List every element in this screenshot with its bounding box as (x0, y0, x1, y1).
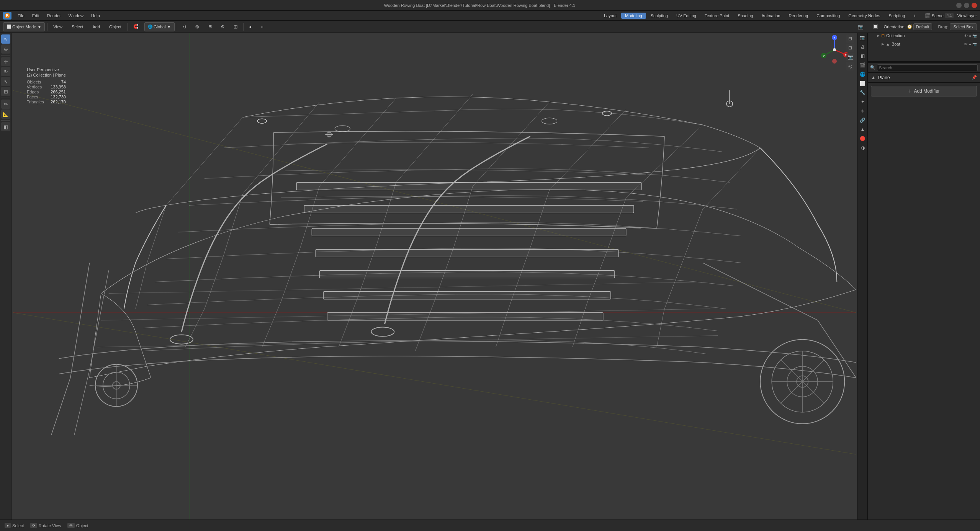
tab-sculpting[interactable]: Sculpting (647, 13, 672, 19)
coll-render-icon[interactable]: 📷 (972, 34, 977, 38)
view-menu[interactable]: View (50, 22, 66, 31)
menu-window[interactable]: Window (65, 13, 87, 19)
add-modifier-label: Add Modifier (914, 88, 939, 94)
select-menu[interactable]: Select (68, 22, 87, 31)
rotate-tool[interactable]: ↻ (1, 67, 10, 76)
proportional-btn[interactable]: ◎ (192, 22, 203, 31)
select-tool[interactable]: ↖ (1, 34, 10, 44)
menu-file[interactable]: File (15, 13, 28, 19)
overlay-btn[interactable]: ⊙ (218, 22, 228, 31)
tab-add[interactable]: + (910, 13, 919, 19)
add-menu[interactable]: Add (89, 22, 104, 31)
svg-text:Z: Z (834, 36, 836, 40)
object-props-icon[interactable]: ⬜ (859, 79, 867, 88)
transform-tool[interactable]: ⊞ (1, 87, 10, 96)
outliner-items: ▶ ⊡ Collection 👁 ● 📷 ▶ ▲ Boat 👁 ● 📷 (868, 31, 980, 61)
boat-vis-icon[interactable]: 👁 (964, 42, 968, 46)
maximize-btn[interactable] (964, 3, 969, 8)
status-object: ◎ Object (67, 523, 88, 528)
version-badge: 4.1 (945, 13, 954, 18)
boat-sel-icon[interactable]: ● (969, 42, 971, 46)
output-props-icon[interactable]: 🖨 (859, 42, 867, 51)
modifier-props-icon[interactable]: 🔧 (859, 88, 867, 97)
coll-expand-icon: ▶ (877, 34, 880, 38)
tab-modeling[interactable]: Modeling (621, 13, 646, 19)
annotate-tool[interactable]: ✏ (1, 100, 10, 109)
pin-button[interactable]: 📌 (972, 75, 977, 80)
move-tool[interactable]: ✛ (1, 57, 10, 66)
edges-value: 266,251 (49, 90, 65, 94)
viewport-gizmo[interactable]: Z X Y (819, 34, 850, 65)
shading-props-icon[interactable]: ◑ (859, 144, 867, 152)
menu-help[interactable]: Help (88, 13, 103, 19)
blender-logo[interactable]: B (3, 12, 11, 20)
tab-texture-paint[interactable]: Texture Paint (701, 13, 733, 19)
close-btn[interactable] (972, 3, 977, 8)
edges-label: Edges (27, 90, 45, 94)
mode-icon: ⬜ (7, 25, 11, 29)
props-header: ▲ Plane 📌 (868, 73, 980, 83)
tab-geometry-nodes[interactable]: Geometry Nodes (844, 13, 884, 19)
world-props-icon[interactable]: 🌐 (859, 70, 867, 78)
menu-edit[interactable]: Edit (29, 13, 43, 19)
xray-btn[interactable]: ◫ (230, 22, 241, 31)
view-layer-props-icon[interactable]: ◧ (859, 52, 867, 60)
tab-animation[interactable]: Animation (758, 13, 784, 19)
physics-props-icon[interactable]: ⚛ (859, 107, 867, 115)
data-props-icon[interactable]: ▲ (859, 125, 867, 134)
tab-uv-editing[interactable]: UV Editing (672, 13, 700, 19)
drag-label: Drag: (938, 25, 949, 29)
material-props-icon[interactable]: 🔴 (859, 134, 867, 143)
stats-grid: Objects 74 Vertices 133,958 Edges 266,25… (27, 80, 66, 104)
objects-label: Objects (27, 80, 45, 84)
render-props-icon[interactable]: 📷 (859, 33, 867, 42)
measure-tool[interactable]: 📐 (1, 109, 10, 119)
add-modifier-button[interactable]: + Add Modifier (871, 86, 977, 96)
main-viewport[interactable]: User Perspective (2) Collection | Plane … (11, 33, 857, 520)
mode-chevron: ▼ (37, 25, 41, 29)
mode-label: Object Mode (12, 25, 36, 29)
outliner-item-boat[interactable]: ▶ ▲ Boat 👁 ● 📷 (868, 40, 980, 48)
tab-rendering[interactable]: Rendering (785, 13, 812, 19)
viewport-shading-icons[interactable]: 🔲 (869, 22, 882, 31)
mode-selector[interactable]: ⬜ Object Mode ▼ (3, 22, 45, 31)
render-icons[interactable]: 📷 (854, 22, 867, 31)
snap-btn[interactable]: ⟨⟩ (180, 22, 190, 31)
tab-scripting[interactable]: Scripting (885, 13, 909, 19)
snap-toggle[interactable]: 🧲 (130, 22, 142, 31)
layer-label[interactable]: ViewLayer (957, 13, 977, 18)
scene-props-icon[interactable]: 🎬 (859, 61, 867, 69)
menu-render[interactable]: Render (44, 13, 64, 19)
hide-overlay-btn[interactable]: ◎ (846, 62, 854, 70)
tab-compositing[interactable]: Compositing (813, 13, 844, 19)
scene-label[interactable]: Scene (932, 13, 944, 18)
constraints-props-icon[interactable]: 🔗 (859, 116, 867, 124)
boat-render-icon[interactable]: 📷 (972, 42, 977, 46)
wireframe-btn[interactable]: ○ (257, 22, 267, 31)
statusbar: ● Select ⟳ Rotate View ◎ Object (0, 520, 980, 531)
tab-layout[interactable]: Layout (600, 13, 620, 19)
zoom-fit-btn[interactable]: ⊡ (846, 44, 854, 52)
cursor-tool[interactable]: ⊕ (1, 44, 10, 54)
particles-props-icon[interactable]: ✦ (859, 98, 867, 106)
coll-sel-icon[interactable]: ● (969, 34, 971, 38)
view-camera-btn[interactable]: 📷 (846, 53, 854, 61)
collection-actions: 👁 ● 📷 (964, 34, 977, 38)
solid-shade-btn[interactable]: ● (246, 22, 255, 31)
scale-tool[interactable]: ⤡ (1, 77, 10, 86)
default-label[interactable]: Default (913, 23, 932, 30)
triangles-value: 262,170 (49, 100, 65, 104)
minimize-btn[interactable] (956, 3, 962, 8)
view-front-btn[interactable]: ⊟ (846, 34, 854, 43)
status-select: ● Select (5, 523, 24, 528)
snap2-icon: ⟨⟩ (183, 24, 186, 29)
transform-global[interactable]: 🌐 Global ▼ (144, 22, 175, 31)
properties-search-input[interactable] (877, 64, 978, 71)
add-tool[interactable]: ◧ (1, 122, 10, 131)
tab-shading[interactable]: Shading (734, 13, 757, 19)
object-menu[interactable]: Object (106, 22, 125, 31)
coll-vis-icon[interactable]: 👁 (964, 34, 968, 38)
select-box-btn[interactable]: Select Box (950, 23, 977, 30)
svg-rect-24 (304, 205, 634, 213)
grid-btn[interactable]: ⊞ (205, 22, 215, 31)
